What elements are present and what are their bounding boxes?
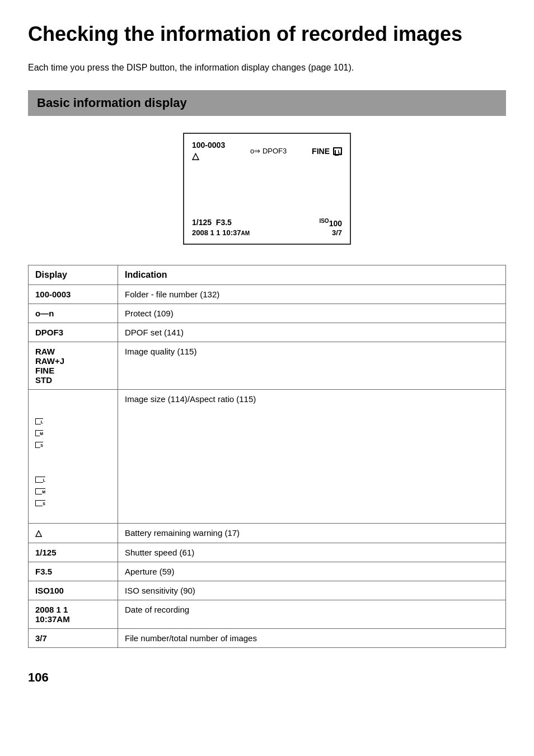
table-row: o—n Protect (109) (29, 304, 506, 323)
cam-file-number-area: 100-0003 △ (192, 141, 225, 161)
table-row: RAW RAW+J FINE STD Image quality (115) (29, 342, 506, 390)
table-row: ISO100 ISO sensitivity (90) (29, 581, 506, 600)
cam-date-counter-row: 2008 1 1 10:37AM 3/7 (192, 228, 342, 237)
indication-cell-file-number: Folder - file number (132) (118, 285, 506, 304)
indication-cell-protect: Protect (109) (118, 304, 506, 323)
rect-icon-ll: L (35, 418, 43, 424)
rect-icon-ls: S (35, 442, 43, 448)
cam-quality-area: FINE L (312, 147, 342, 156)
display-cell-iso: ISO100 (29, 581, 118, 600)
cam-quality-label: FINE (312, 147, 330, 156)
rect-icon-rl: L (35, 477, 45, 483)
image-size-symbols: L M S L M S (35, 404, 111, 508)
table-row: △ Battery remaining warning (17) (29, 523, 506, 543)
rect-icon-rm: M (35, 488, 45, 494)
indication-cell-shutter: Shutter speed (61) (118, 543, 506, 562)
cam-date-time: 2008 1 1 10:37AM (192, 228, 250, 237)
table-row: 2008 1 1 10:37AM Date of recording (29, 600, 506, 628)
cam-file-counter: 3/7 (332, 228, 342, 237)
indication-cell-dpof: DPOF set (141) (118, 323, 506, 342)
table-row: L M S L M S Image size (114)/Aspect rati… (29, 390, 506, 523)
cam-shutter-iso-row: 1/125 F3.5 ISO100 (192, 218, 342, 228)
rect-icon-lm: M (35, 430, 43, 436)
table-row: F3.5 Aperture (59) (29, 562, 506, 581)
page-number: 106 (28, 670, 506, 685)
table-row: DPOF3 DPOF set (141) (29, 323, 506, 342)
cam-shutter-aperture: 1/125 F3.5 (192, 218, 232, 228)
camera-display-wrapper: 100-0003 △ o⇒ DPOF3 FINE L 1/125 F3.5 IS… (28, 133, 506, 245)
display-cell-battery: △ (29, 523, 118, 543)
col-indication-header: Indication (118, 265, 506, 285)
table-row: 1/125 Shutter speed (61) (29, 543, 506, 562)
display-cell-quality: RAW RAW+J FINE STD (29, 342, 118, 390)
cam-battery-icon: △ (192, 151, 225, 161)
indication-cell-aperture: Aperture (59) (118, 562, 506, 581)
display-cell-protect: o—n (29, 304, 118, 323)
indication-cell-quality: Image quality (115) (118, 342, 506, 390)
display-cell-shutter: 1/125 (29, 543, 118, 562)
cam-bottom-area: 1/125 F3.5 ISO100 2008 1 1 10:37AM 3/7 (192, 218, 342, 237)
display-cell-dpof: DPOF3 (29, 323, 118, 342)
camera-display: 100-0003 △ o⇒ DPOF3 FINE L 1/125 F3.5 IS… (183, 133, 351, 245)
info-table: Display Indication 100-0003 Folder - fil… (28, 265, 506, 647)
display-cell-image-size: L M S L M S (29, 390, 118, 523)
table-row: 100-0003 Folder - file number (132) (29, 285, 506, 304)
cam-size-icon: L (333, 147, 342, 155)
col-display-header: Display (29, 265, 118, 285)
indication-cell-battery: Battery remaining warning (17) (118, 523, 506, 543)
display-cell-aperture: F3.5 (29, 562, 118, 581)
table-row: 3/7 File number/total number of images (29, 628, 506, 647)
cam-file-number: 100-0003 (192, 141, 225, 150)
indication-cell-file-counter: File number/total number of images (118, 628, 506, 647)
rect-icon-rs: S (35, 500, 45, 506)
intro-paragraph: Each time you press the DISP button, the… (28, 61, 506, 74)
indication-cell-date: Date of recording (118, 600, 506, 628)
cam-iso-value: ISO100 (319, 218, 342, 228)
cam-dpof-label: o⇒ DPOF3 (250, 147, 287, 155)
indication-cell-iso: ISO sensitivity (90) (118, 581, 506, 600)
display-cell-file-counter: 3/7 (29, 628, 118, 647)
display-cell-file-number: 100-0003 (29, 285, 118, 304)
section-header: Basic information display (28, 90, 506, 116)
indication-cell-image-size: Image size (114)/Aspect ratio (115) (118, 390, 506, 523)
cam-top-row: 100-0003 △ o⇒ DPOF3 FINE L (192, 141, 342, 161)
display-cell-date: 2008 1 1 10:37AM (29, 600, 118, 628)
table-header-row: Display Indication (29, 265, 506, 285)
page-title: Checking the information of recorded ima… (28, 22, 506, 45)
